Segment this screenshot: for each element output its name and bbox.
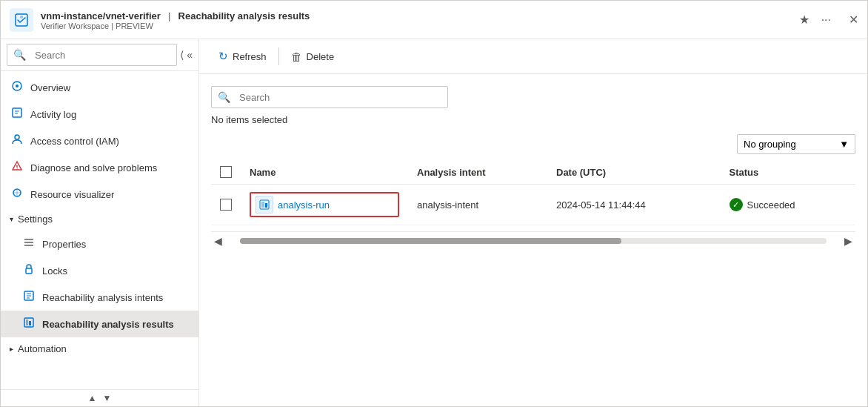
svg-point-7: [15, 135, 19, 139]
sidebar-search-container: 🔍: [7, 44, 177, 66]
svg-rect-24: [265, 203, 267, 208]
title-main: vnm-instance/vnet-verifier | Reachabilit…: [41, 9, 310, 21]
content-search-icon: 🔍: [212, 87, 236, 107]
row-name-icon: [256, 196, 273, 214]
sidebar-item-reachability-intents-label: Reachability analysis intents: [42, 292, 163, 303]
sidebar-item-activity-log[interactable]: Activity log: [1, 101, 198, 128]
sidebar-item-reachability-intents[interactable]: Reachability analysis intents: [1, 284, 198, 311]
expand-icon[interactable]: ⟨: [180, 49, 184, 61]
sidebar-item-access-control[interactable]: Access control (IAM): [1, 128, 198, 154]
scrollbar-thumb: [240, 238, 621, 244]
col-header-analysis-intent: Analysis intent: [408, 160, 547, 185]
automation-section-header[interactable]: ▸ Automation: [1, 337, 198, 360]
sidebar-item-diagnose-label: Diagnose and solve problems: [30, 162, 157, 173]
results-table: Name Analysis intent Date (UTC) Status: [211, 160, 855, 225]
sidebar-item-locks-label: Locks: [42, 265, 67, 277]
close-button[interactable]: ✕: [849, 13, 858, 27]
status-success-icon: ✓: [730, 198, 743, 211]
title-actions: ★ ··· ✕: [799, 13, 858, 27]
sidebar-item-overview[interactable]: Overview: [1, 74, 198, 101]
settings-section-label: Settings: [18, 214, 53, 225]
settings-section-header[interactable]: ▾ Settings: [1, 208, 198, 231]
title-left: vnm-instance/vnet-verifier | Reachabilit…: [10, 8, 310, 32]
horizontal-scrollbar: ◀ ▶: [211, 231, 855, 250]
reachability-intents-icon: [21, 290, 36, 305]
sidebar-item-resource-visualizer-label: Resource visualizer: [30, 189, 114, 200]
automation-section-label: Automation: [18, 343, 67, 354]
grouping-select[interactable]: No grouping ▼: [737, 134, 855, 154]
refresh-icon: ↻: [218, 50, 228, 63]
delete-icon: 🗑: [291, 50, 302, 63]
row-analysis-intent-cell: analysis-intent: [408, 185, 547, 225]
automation-chevron-icon: ▸: [10, 345, 13, 353]
status-text: Succeeded: [747, 199, 795, 211]
row-checkbox[interactable]: [220, 199, 232, 211]
select-all-checkbox[interactable]: [220, 166, 232, 178]
content-area: ↻ Refresh 🗑 Delete 🔍 No items selected: [199, 39, 867, 406]
resource-visualizer-icon: [10, 187, 24, 202]
grouping-row: No grouping ▼: [211, 134, 855, 154]
svg-point-9: [16, 168, 17, 169]
toolbar: ↻ Refresh 🗑 Delete: [199, 39, 867, 74]
toolbar-separator: [278, 47, 279, 65]
refresh-label: Refresh: [233, 51, 267, 62]
app-icon: [10, 8, 33, 32]
sidebar-item-access-control-label: Access control (IAM): [30, 136, 119, 147]
overview-icon: [10, 80, 24, 95]
sidebar-item-locks[interactable]: Locks: [1, 257, 198, 284]
table-row: analysis-run analysis-intent 2024-05-14 …: [211, 185, 855, 225]
sidebar-item-resource-visualizer[interactable]: Resource visualizer: [1, 181, 198, 208]
delete-button[interactable]: 🗑 Delete: [284, 46, 342, 67]
svg-point-1: [20, 16, 23, 19]
favorite-icon[interactable]: ★: [799, 13, 809, 27]
access-control-icon: [10, 133, 24, 148]
svg-rect-4: [13, 108, 21, 117]
title-text: vnm-instance/vnet-verifier | Reachabilit…: [41, 9, 310, 30]
no-items-selected-text: No items selected: [211, 114, 855, 125]
sidebar-search-icon: 🔍: [7, 44, 32, 65]
delete-label: Delete: [307, 51, 335, 62]
row-date-cell: 2024-05-14 11:44:44: [547, 185, 721, 225]
sidebar-nav: Overview Activity log Access control (IA…: [1, 71, 198, 389]
scroll-up-arrow[interactable]: ▲: [88, 393, 97, 403]
sidebar-item-diagnose[interactable]: Diagnose and solve problems: [1, 154, 198, 181]
sidebar-item-reachability-results[interactable]: Reachability analysis results: [1, 311, 198, 337]
col-header-checkbox: [211, 160, 241, 185]
scroll-right-icon[interactable]: ▶: [841, 235, 855, 247]
sidebar-item-overview-label: Overview: [30, 82, 70, 93]
sidebar-scroll-controls: ▲ ▼: [1, 389, 198, 406]
content-body: 🔍 No items selected No grouping ▼: [199, 74, 867, 406]
content-search-input[interactable]: [236, 87, 447, 107]
content-search-container: 🔍: [211, 86, 448, 108]
collapse-sidebar-icon[interactable]: «: [187, 49, 193, 61]
svg-rect-23: [261, 202, 264, 208]
grouping-chevron-icon: ▼: [839, 139, 849, 150]
row-name-link[interactable]: analysis-run: [278, 199, 330, 211]
main-layout: 🔍 ⟨ « Overview: [1, 39, 867, 406]
scroll-down-arrow[interactable]: ▼: [103, 393, 112, 403]
row-status-cell: ✓ Succeeded: [721, 185, 855, 225]
activity-log-icon: [10, 107, 24, 122]
diagnose-icon: [10, 160, 24, 175]
sidebar: 🔍 ⟨ « Overview: [1, 39, 199, 406]
sidebar-item-properties[interactable]: Properties: [1, 231, 198, 257]
col-header-name: Name: [241, 160, 408, 185]
col-header-date: Date (UTC): [547, 160, 721, 185]
scrollbar-track[interactable]: [240, 238, 827, 244]
scroll-left-icon[interactable]: ◀: [211, 235, 225, 247]
sidebar-item-properties-label: Properties: [42, 239, 86, 250]
properties-icon: [21, 236, 36, 251]
more-options-icon[interactable]: ···: [821, 13, 831, 27]
svg-rect-20: [26, 320, 28, 325]
refresh-button[interactable]: ↻ Refresh: [211, 45, 274, 67]
settings-chevron-icon: ▾: [10, 215, 13, 223]
table-header-row: Name Analysis intent Date (UTC) Status: [211, 160, 855, 185]
title-subtitle: Verifier Workspace | PREVIEW: [41, 21, 310, 30]
title-bar: vnm-instance/vnet-verifier | Reachabilit…: [1, 1, 867, 39]
sidebar-item-activity-log-label: Activity log: [30, 109, 76, 120]
app-container: vnm-instance/vnet-verifier | Reachabilit…: [0, 0, 868, 407]
status-cell-container: ✓ Succeeded: [730, 198, 847, 211]
locks-icon: [21, 263, 36, 278]
row-name-cell: analysis-run: [241, 185, 408, 225]
sidebar-search-input[interactable]: [32, 46, 176, 64]
